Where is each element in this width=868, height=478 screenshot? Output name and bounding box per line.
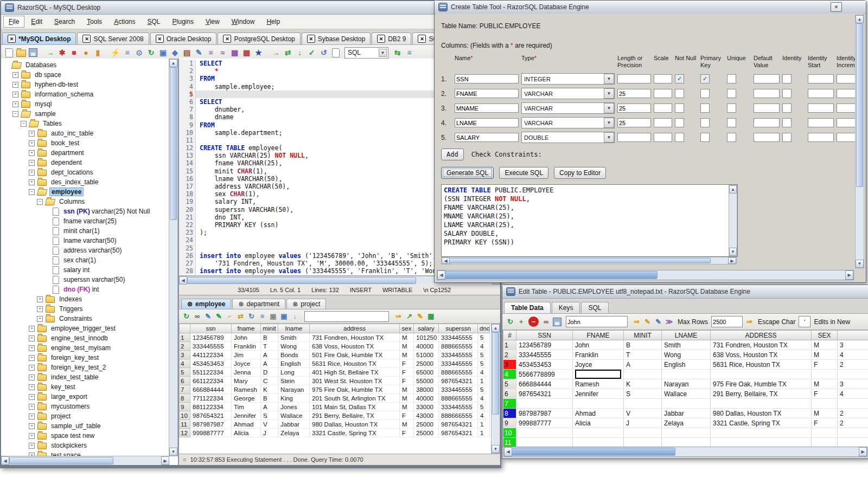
close-tab-icon[interactable]: ✕ [8, 35, 16, 43]
column-name-input[interactable] [455, 104, 519, 113]
export-results-icon[interactable]: ↗ [404, 311, 414, 321]
close-tab-icon[interactable]: ✕ [156, 35, 164, 43]
scroll-right-icon[interactable]: ▶ [728, 257, 736, 264]
cell-edit-box[interactable] [575, 370, 621, 379]
table-row[interactable]: 7 [503, 399, 868, 409]
cell[interactable]: 975 Fire Oak, Humble TX [310, 385, 400, 394]
cell[interactable] [624, 399, 662, 409]
cell[interactable]: 201 South St, Arlington TX [310, 394, 400, 403]
cell[interactable]: M [400, 420, 414, 429]
cell[interactable]: 4 [478, 368, 490, 377]
column-header[interactable]: ssn [190, 324, 232, 333]
tree-item[interactable]: +des_index_table [3, 177, 169, 187]
cell[interactable]: 333445555 [439, 333, 478, 342]
table-row[interactable]: 10987654321JenniferSWallace291 Berry, Be… [180, 411, 490, 420]
scroll-right-icon[interactable]: ▶ [845, 270, 853, 280]
cell[interactable]: 1 [478, 420, 490, 429]
cell[interactable]: Jennifer [232, 411, 261, 420]
cell[interactable]: 4 [838, 350, 868, 360]
menu-window[interactable]: Window [226, 16, 260, 28]
unique-checkbox[interactable] [727, 74, 736, 83]
tree-item[interactable]: +hyphen-db-test [3, 80, 169, 89]
column-type-dropdown[interactable]: VARCHAR▼ [521, 102, 615, 114]
cell[interactable]: 987654321 [190, 411, 232, 420]
cell[interactable]: F [400, 377, 414, 385]
connection-tab[interactable]: ✕SQL Server 2008 [77, 33, 149, 44]
cell[interactable]: F [400, 429, 414, 437]
cell[interactable]: 5631 Rice, Houston TX [310, 359, 400, 368]
cell[interactable]: M [400, 385, 414, 394]
tree-item[interactable]: minit char(1) [3, 226, 169, 236]
cell[interactable]: D [261, 368, 278, 377]
tree-expander-icon[interactable]: + [29, 345, 35, 351]
tree-item[interactable]: +engine_test_myisam [3, 343, 169, 353]
cell[interactable]: 333445555 [439, 359, 478, 368]
default-value-input[interactable] [754, 118, 780, 127]
cell[interactable]: 987654321 [439, 429, 478, 437]
cell[interactable]: 4 [478, 394, 490, 403]
sort-lines-icon[interactable]: ≡ [205, 47, 216, 59]
cell[interactable]: Alicia [232, 429, 261, 437]
cell[interactable]: 4 [478, 342, 490, 351]
cell[interactable]: 987654321 [439, 420, 478, 429]
cell[interactable]: Tim [232, 403, 261, 411]
cell[interactable] [624, 428, 662, 438]
results-tab[interactable]: ⊗project [286, 299, 326, 309]
tree-item[interactable]: +foreign_key_test_2 [3, 363, 169, 372]
tree-item[interactable]: lname varchar(50) [3, 236, 169, 246]
cell[interactable]: Ahmad [573, 409, 624, 418]
cell[interactable]: 5 [478, 351, 490, 359]
column-header[interactable]: # [503, 331, 516, 340]
table-row[interactable]: 8771122334GeorgeBKing201 South St, Arlin… [180, 394, 490, 403]
column-header[interactable]: SEX [812, 331, 838, 340]
cell[interactable]: Ramesh [232, 385, 261, 394]
row-number[interactable]: 9 [180, 403, 190, 411]
default-value-input[interactable] [754, 89, 780, 98]
cell[interactable]: 980 Dallas, Houston TX [310, 420, 400, 429]
cell[interactable]: 2 [838, 409, 868, 418]
cell[interactable]: T [624, 350, 662, 360]
generate-sql-button[interactable]: Generate SQL [441, 167, 494, 179]
edit-cell-icon[interactable]: ✎ [415, 311, 425, 321]
cell[interactable] [812, 438, 838, 448]
tree-expander-icon[interactable]: + [29, 335, 35, 341]
tree-expander-icon[interactable]: − [21, 121, 27, 127]
not-null-checkbox[interactable] [675, 104, 684, 113]
tree-item[interactable]: +key_test [3, 382, 169, 392]
copy-document-icon[interactable] [330, 47, 341, 59]
row-number[interactable]: 5 [503, 379, 516, 389]
cell[interactable]: 333445555 [439, 351, 478, 359]
cell[interactable]: 881122334 [190, 403, 232, 411]
row-number[interactable]: 10 [503, 428, 516, 438]
cell[interactable]: Wallace [662, 389, 711, 399]
tree-expander-icon[interactable]: + [37, 306, 43, 312]
cell[interactable]: M [400, 351, 414, 359]
tree-item[interactable]: +stockpickers [3, 441, 169, 450]
cell[interactable]: 638 Voss, Houston TX [711, 350, 812, 360]
favorites-icon[interactable]: ★ [253, 47, 264, 59]
cell[interactable]: M [400, 403, 414, 411]
cell[interactable]: 291 Berry, Bellaire, TX [310, 411, 400, 420]
cell[interactable]: M [400, 342, 414, 351]
cell[interactable]: Alicia [573, 418, 624, 428]
dialog-vertical-scrollbar[interactable]: ▲ ▼ [855, 15, 864, 268]
refresh-query-icon[interactable]: ↻ [246, 311, 257, 321]
cell[interactable]: King [278, 394, 310, 403]
edit-filter-icon[interactable]: ✎ [193, 47, 205, 59]
cell[interactable] [838, 428, 868, 438]
tree-expander-icon[interactable]: + [29, 414, 35, 419]
column-type-dropdown[interactable]: VARCHAR▼ [521, 117, 615, 128]
identity-start-input[interactable] [808, 104, 834, 113]
menu-plugins[interactable]: Plugins [167, 16, 199, 28]
cell[interactable]: 1 [478, 429, 490, 437]
edit-results-icon[interactable]: ✎ [214, 311, 224, 321]
row-number[interactable]: 4 [180, 359, 190, 368]
cell[interactable]: Jabbar [278, 420, 310, 429]
cell[interactable] [516, 438, 573, 448]
database-capsule-icon[interactable]: ▮ [92, 47, 104, 59]
cell[interactable] [624, 370, 662, 379]
cell[interactable]: F [812, 418, 838, 428]
tree-expander-icon[interactable]: + [12, 92, 18, 98]
cell[interactable]: T [261, 342, 278, 351]
column-name-input[interactable] [455, 74, 519, 83]
